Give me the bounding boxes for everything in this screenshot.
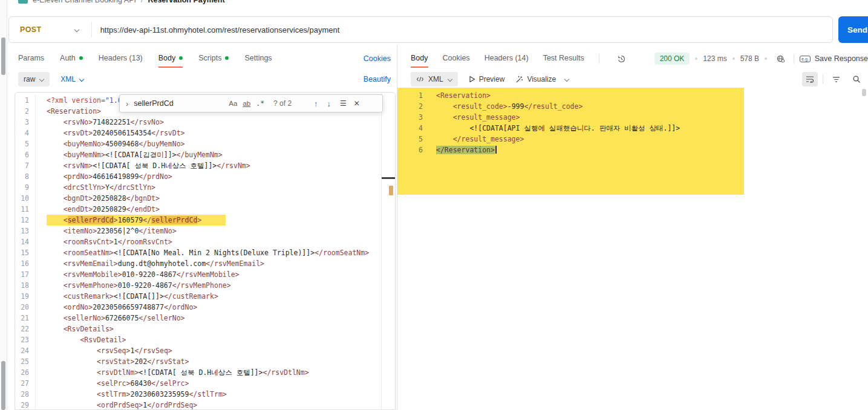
code-line: 20 <ordNo>20230506659748877</ordNo> [15,302,381,313]
response-body-viewer[interactable]: 1<Reservation>2 <result_code>-999</resul… [397,88,744,195]
tab-test-results[interactable]: Test Results [543,50,584,68]
line-number: 8 [15,171,36,182]
line-number: 20 [15,302,36,313]
status-divider [794,54,794,63]
response-language-label: XML [428,75,443,83]
regex-icon[interactable]: .* [256,99,264,108]
status-badge[interactable]: 200 OK [654,53,690,65]
overview-ruler[interactable] [381,93,395,409]
response-time[interactable]: 123 ms [703,54,726,63]
tab-label: Settings [244,54,272,62]
line-number: 3 [397,112,431,123]
line-number: 19 [15,291,36,302]
line-number: 1 [397,90,431,101]
method-label[interactable]: POST [20,25,42,34]
request-body-editor[interactable]: 1<?xml version="1.0"2<Reservation>3 <rsv… [15,92,396,410]
line-number: 12 [15,215,36,226]
code-line: 7 <rsvNm><![CDATA[ 성북 D.H네상스 호텔]]></rsvN… [15,160,381,171]
more-formats-chevron-icon[interactable] [564,77,569,82]
method-chevron-icon[interactable] [74,27,79,32]
line-number: 4 [397,123,431,134]
match-case-icon[interactable]: Aa [229,100,237,107]
tab-body[interactable]: Body [158,50,183,68]
response-size[interactable]: 578 B [740,54,759,63]
unsaved-changes-dot-icon [79,56,83,60]
line-number: 9 [15,182,36,193]
code-line: 21 <sellerNo>67266075</sellerNo> [15,313,381,324]
response-tabs: BodyCookiesHeaders (14)Test Results 200 … [411,50,868,68]
code-line: 9 <drcStlYn>Y</drcStlYn> [15,182,381,193]
search-icon[interactable] [849,72,864,86]
request-tab-strip[interactable]: e-Eleven Channel Booking API / Reservati… [7,0,868,6]
response-toolbar: XML Preview Visualize [411,71,864,87]
tab-settings[interactable]: Settings [244,50,272,68]
find-next-icon[interactable]: ↓ [327,99,331,108]
rail-scrollbar-thumb-top[interactable] [1,37,5,75]
response-language-selector[interactable]: XML [411,72,458,86]
url-bar: POST [8,16,833,43]
tab-label: Headers (13) [99,54,143,62]
tab-cookies[interactable]: Cookies [443,50,470,68]
code-line: 5 <buyMemNo>45009468</buyMemNo> [15,138,381,149]
example-icon: e.g. [800,56,811,62]
body-type-label: raw [24,75,35,83]
code-line: 17 <rsvMemMobile>010-9220-4867</rsvMemMo… [15,269,381,280]
code-line: 23 <RsvDetail> [15,334,381,345]
preview-button[interactable]: Preview [469,75,505,83]
line-number: 7 [15,160,36,171]
collection-icon [18,0,28,4]
find-query-input[interactable]: sellerPrdCd [134,99,223,108]
line-number: 11 [15,204,36,215]
code-line: 27 <selPrc>68430</selPrc> [15,378,381,389]
url-divider [91,22,92,37]
line-number: 2 [397,101,431,112]
code-line: 11 <endDt>20250829</endDt> [15,204,381,215]
code-line: 10 <bgnDt>20250828</bgnDt> [15,193,381,204]
url-input[interactable] [100,25,832,34]
wrap-line-button[interactable] [802,72,818,86]
tab-body[interactable]: Body [411,50,428,68]
network-globe-lock-icon[interactable] [772,51,788,66]
whole-word-icon[interactable]: ab [243,100,250,107]
line-number: 5 [397,134,431,145]
code-line: 25 <rsvStat>202</rsvStat> [15,356,381,367]
code-line: 3 <result_message> [397,112,744,123]
tab-headers-14[interactable]: Headers (14) [485,50,529,68]
request-language-selector[interactable]: XML [60,75,84,83]
find-in-selection-icon[interactable]: ☰ [340,99,346,108]
find-previous-icon[interactable]: ↑ [314,99,318,108]
find-expand-icon[interactable]: › [126,99,128,108]
request-code-area: 1<?xml version="1.0"2<Reservation>3 <rsv… [15,93,381,409]
cookies-link[interactable]: Cookies [364,54,391,63]
find-close-icon[interactable]: ✕ [354,99,360,108]
request-body-toolbar: raw XML Beautify [18,71,391,87]
rail-scrollbar-thumb-bottom[interactable] [1,361,5,410]
beautify-button[interactable]: Beautify [364,75,391,83]
tab-label: Params [18,54,44,62]
code-line: 24 <rsvSeq>1</rsvSeq> [15,345,381,356]
highlighted-line: <sellerPrdCd>160579</sellerPrdCd> [47,215,226,226]
line-number: 28 [15,389,36,400]
filter-icon[interactable] [828,72,844,86]
code-line: 4 <rsvDt>20240506154354</rsvDt> [15,128,381,138]
response-scrollbar-thumb[interactable] [862,89,866,96]
code-line: 18 <rsvMemPhone>010-9220-4867</rsvMemPho… [15,280,381,291]
tab-scripts[interactable]: Scripts [198,50,229,68]
body-type-selector[interactable]: raw [18,72,50,86]
line-number: 2 [15,106,36,117]
tab-headers-13[interactable]: Headers (13) [99,50,143,68]
unsaved-changes-dot-icon [179,56,183,60]
line-number: 16 [15,258,36,269]
code-line: 4 <![CDATA[API 실행에 실패했습니다. 판매자 비활성 상태.]]… [397,123,744,134]
visualize-label: Visualize [527,75,556,83]
code-line: 26 <rsvDtlNm><![CDATA[ 성북 D.H네상스 호텔]]></… [15,367,381,378]
save-response-button[interactable]: e.g. Save Response [800,54,868,63]
tab-params[interactable]: Params [18,50,44,68]
history-icon[interactable] [614,51,630,66]
send-button[interactable]: Send [838,16,868,43]
request-language-label: XML [60,75,76,83]
tab-auth[interactable]: Auth [60,50,83,68]
visualize-button[interactable]: Visualize [515,75,556,83]
tabs-divider [599,54,599,63]
body-type-chevron-icon [39,77,44,82]
